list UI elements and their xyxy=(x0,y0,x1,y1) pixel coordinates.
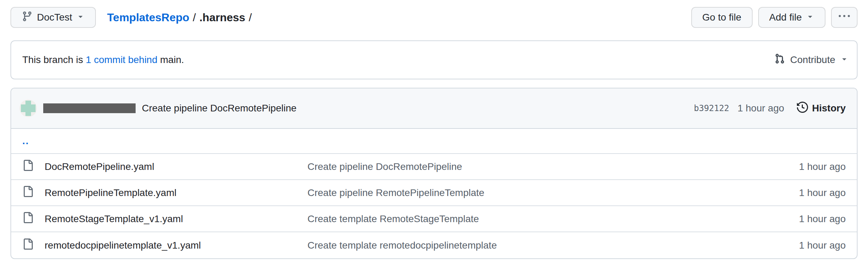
file-commit-message-link[interactable]: Create template remotedocpipelinetemplat… xyxy=(307,240,755,251)
branch-status-prefix: This branch is xyxy=(22,54,83,65)
latest-commit-meta: b392122 1 hour ago History xyxy=(694,102,846,115)
file-commit-message-link[interactable]: Create pipeline RemotePipelineTemplate xyxy=(307,187,755,198)
parent-directory-link[interactable]: .. xyxy=(22,135,29,147)
history-link[interactable]: History xyxy=(797,102,846,115)
branch-selector-button[interactable]: DocTest xyxy=(10,7,96,28)
breadcrumb-separator: / xyxy=(193,11,196,24)
branch-status-banner: This branch is 1 commit behind main. Con… xyxy=(10,40,858,79)
avatar[interactable] xyxy=(20,100,37,117)
file-navigation-bar: DocTest TemplatesRepo / .harness / Go to… xyxy=(10,6,858,29)
file-icon xyxy=(22,238,33,252)
chevron-down-icon xyxy=(76,12,85,23)
contribute-label: Contribute xyxy=(790,54,835,65)
file-updated-time: 1 hour ago xyxy=(755,213,846,225)
file-commit-message-link[interactable]: Create pipeline DocRemotePipeline xyxy=(307,161,755,172)
more-options-button[interactable] xyxy=(831,7,858,28)
file-icon xyxy=(22,160,33,173)
branch-status-suffix: main. xyxy=(160,54,184,65)
file-name-cell: RemotePipelineTemplate.yaml xyxy=(22,186,307,200)
branch-name-label: DocTest xyxy=(37,12,72,23)
kebab-horizontal-icon xyxy=(839,11,850,24)
breadcrumb-current-folder: .harness xyxy=(199,11,245,24)
file-name-link[interactable]: RemoteStageTemplate_v1.yaml xyxy=(45,213,183,225)
table-row: remotedocpipelinetemplate_v1.yaml Create… xyxy=(11,232,857,258)
table-row: RemotePipelineTemplate.yaml Create pipel… xyxy=(11,180,857,206)
git-branch-icon xyxy=(22,11,33,24)
file-name-link[interactable]: DocRemotePipeline.yaml xyxy=(45,161,154,172)
avatar-plus-shape xyxy=(25,101,31,116)
add-file-button[interactable]: Add file xyxy=(758,7,825,28)
latest-commit-message-link[interactable]: Create pipeline DocRemotePipeline xyxy=(142,103,297,114)
topbar-actions: Go to file Add file xyxy=(691,7,858,28)
file-updated-time: 1 hour ago xyxy=(755,240,846,251)
file-rows-container: DocRemotePipeline.yaml Create pipeline D… xyxy=(11,154,857,258)
add-file-label: Add file xyxy=(769,12,802,23)
commit-author-redacted[interactable] xyxy=(43,103,136,113)
contribute-button[interactable]: Contribute xyxy=(774,53,848,67)
chevron-down-icon xyxy=(840,54,848,65)
file-name-cell: DocRemotePipeline.yaml xyxy=(22,160,307,173)
file-name-cell: remotedocpipelinetemplate_v1.yaml xyxy=(22,238,307,252)
breadcrumb: TemplatesRepo / .harness / xyxy=(107,11,252,24)
history-label: History xyxy=(812,103,846,114)
file-icon xyxy=(22,212,33,226)
branch-status-text: This branch is 1 commit behind main. xyxy=(22,54,184,65)
file-icon xyxy=(22,186,33,200)
commits-behind-link[interactable]: 1 commit behind xyxy=(86,54,157,65)
file-updated-time: 1 hour ago xyxy=(755,187,846,198)
file-name-link[interactable]: remotedocpipelinetemplate_v1.yaml xyxy=(45,240,201,251)
parent-directory-row: .. xyxy=(11,129,857,154)
latest-commit-header: Create pipeline DocRemotePipeline b39212… xyxy=(11,88,857,129)
chevron-down-icon xyxy=(806,12,814,23)
commit-hash-link[interactable]: b392122 xyxy=(694,103,729,113)
breadcrumb-repo-link[interactable]: TemplatesRepo xyxy=(107,11,189,24)
file-commit-message-link[interactable]: Create template RemoteStageTemplate xyxy=(307,213,755,225)
history-clock-icon xyxy=(797,102,808,115)
file-name-link[interactable]: RemotePipelineTemplate.yaml xyxy=(45,187,176,198)
repo-file-browser: DocTest TemplatesRepo / .harness / Go to… xyxy=(0,0,868,259)
table-row: RemoteStageTemplate_v1.yaml Create templ… xyxy=(11,206,857,232)
table-row: DocRemotePipeline.yaml Create pipeline D… xyxy=(11,154,857,180)
commit-timestamp: 1 hour ago xyxy=(738,103,784,114)
git-compare-icon xyxy=(774,53,785,67)
file-name-cell: RemoteStageTemplate_v1.yaml xyxy=(22,212,307,226)
go-to-file-button[interactable]: Go to file xyxy=(691,7,753,28)
breadcrumb-trailing-separator: / xyxy=(249,11,252,24)
file-updated-time: 1 hour ago xyxy=(755,161,846,172)
file-list-box: Create pipeline DocRemotePipeline b39212… xyxy=(10,88,858,259)
